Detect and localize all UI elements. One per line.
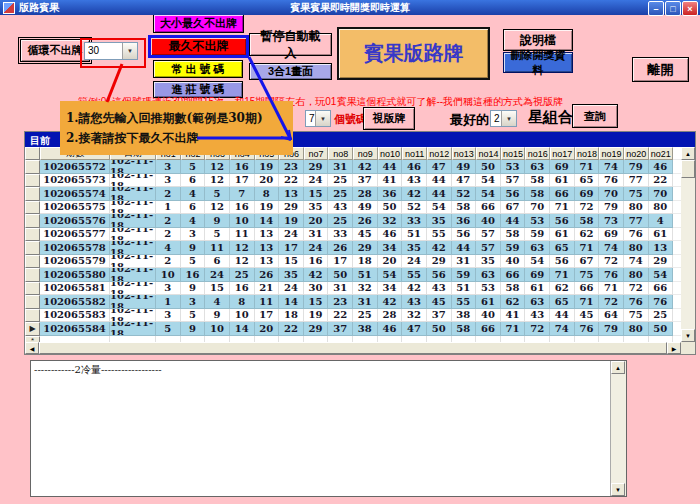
cell-number[interactable]: 53 xyxy=(525,214,550,228)
cell-number[interactable]: 14 xyxy=(255,214,280,228)
row-selector[interactable] xyxy=(25,228,40,242)
cell-number[interactable]: 62 xyxy=(550,282,575,296)
cell-number[interactable]: 76 xyxy=(624,295,649,309)
cell-number[interactable]: 33 xyxy=(328,228,353,242)
cell-number[interactable]: 37 xyxy=(328,322,353,336)
cell-date[interactable]: 102-11-18 xyxy=(110,282,156,296)
cell-number[interactable]: 24 xyxy=(304,241,329,255)
cell-number[interactable]: 46 xyxy=(378,322,403,336)
cell-number[interactable]: 77 xyxy=(624,214,649,228)
cell-number[interactable]: 76 xyxy=(599,174,624,188)
cell-number[interactable]: 23 xyxy=(279,160,304,174)
cell-number[interactable]: 13 xyxy=(255,228,280,242)
cell-number[interactable]: 69 xyxy=(575,187,600,201)
column-header[interactable]: no21 xyxy=(649,147,674,160)
cell-number[interactable]: 4 xyxy=(181,187,206,201)
cell-number[interactable]: 21 xyxy=(255,282,280,296)
cell-number[interactable]: 24 xyxy=(205,268,230,282)
column-header[interactable]: no15 xyxy=(501,147,526,160)
cell-number[interactable]: 9 xyxy=(205,214,230,228)
cell-number[interactable]: 37 xyxy=(427,309,452,323)
cell-number[interactable]: 46 xyxy=(649,160,674,174)
cell-number[interactable]: 75 xyxy=(624,309,649,323)
cell-number[interactable]: 28 xyxy=(353,187,378,201)
cell-number[interactable]: 29 xyxy=(427,255,452,269)
cell-number[interactable]: 24 xyxy=(402,255,427,269)
cell-number[interactable]: 44 xyxy=(378,160,403,174)
row-selector[interactable] xyxy=(25,214,40,228)
cell-draw-id[interactable]: 102065574 xyxy=(40,187,110,201)
cell-number[interactable]: 61 xyxy=(476,295,501,309)
cell-draw-id[interactable]: 102065581 xyxy=(40,282,110,296)
cell-number[interactable]: 76 xyxy=(649,295,674,309)
cell-number[interactable]: 15 xyxy=(205,282,230,296)
cell-number[interactable]: 56 xyxy=(501,187,526,201)
column-header[interactable]: no13 xyxy=(452,147,477,160)
column-header[interactable]: no17 xyxy=(550,147,575,160)
cell-number[interactable]: 50 xyxy=(427,322,452,336)
cell-number[interactable]: 47 xyxy=(427,160,452,174)
longest-not-drawn-button[interactable]: 最久不出牌 xyxy=(148,35,249,58)
cell-number[interactable]: 64 xyxy=(599,309,624,323)
cell-number[interactable]: 45 xyxy=(575,309,600,323)
cell-number[interactable]: 34 xyxy=(378,282,403,296)
cell-number[interactable]: 17 xyxy=(255,309,280,323)
cell-number[interactable]: 42 xyxy=(402,282,427,296)
cell-number[interactable]: 72 xyxy=(599,295,624,309)
cell-number[interactable]: 56 xyxy=(550,255,575,269)
cell-number[interactable]: 66 xyxy=(476,322,501,336)
cell-number[interactable]: 43 xyxy=(328,201,353,215)
exit-button[interactable]: 離開 xyxy=(632,57,689,82)
cell-number[interactable]: 26 xyxy=(353,214,378,228)
cell-number[interactable]: 18 xyxy=(353,255,378,269)
close-icon[interactable]: × xyxy=(682,1,698,16)
cell-number[interactable]: 16 xyxy=(230,201,255,215)
cell-number[interactable]: 59 xyxy=(452,268,477,282)
cell-number[interactable]: 22 xyxy=(279,174,304,188)
cell-number[interactable]: 38 xyxy=(353,322,378,336)
cell-number[interactable]: 55 xyxy=(427,228,452,242)
cell-number[interactable]: 20 xyxy=(304,214,329,228)
cell-number[interactable]: 25 xyxy=(328,187,353,201)
column-header[interactable]: no8 xyxy=(328,147,353,160)
scroll-up-icon[interactable]: ▲ xyxy=(611,361,625,374)
cell-number[interactable]: 36 xyxy=(378,187,403,201)
cell-number[interactable]: 61 xyxy=(649,228,674,242)
cell-date[interactable]: 102-11-18 xyxy=(110,268,156,282)
cell-draw-id[interactable]: 102065580 xyxy=(40,268,110,282)
column-header[interactable]: no16 xyxy=(525,147,550,160)
cell-number[interactable]: 56 xyxy=(427,268,452,282)
cell-number[interactable]: 5 xyxy=(205,187,230,201)
cell-number[interactable]: 25 xyxy=(328,174,353,188)
dropdown-arrow-icon[interactable]: ▼ xyxy=(315,111,330,126)
cell-draw-id[interactable]: 102065576 xyxy=(40,214,110,228)
cell-number[interactable]: 50 xyxy=(649,322,674,336)
cell-number[interactable]: 42 xyxy=(304,268,329,282)
cell-number[interactable]: 61 xyxy=(550,228,575,242)
cell-number[interactable]: 54 xyxy=(476,174,501,188)
cell-number[interactable]: 3 xyxy=(156,174,181,188)
cell-number[interactable]: 37 xyxy=(353,174,378,188)
cell-number[interactable]: 69 xyxy=(550,160,575,174)
cell-number[interactable]: 35 xyxy=(304,201,329,215)
cell-number[interactable]: 36 xyxy=(452,214,477,228)
cell-number[interactable]: 61 xyxy=(550,174,575,188)
column-header[interactable]: no9 xyxy=(353,147,378,160)
cell-number[interactable]: 47 xyxy=(402,322,427,336)
cell-number[interactable]: 9 xyxy=(181,322,206,336)
cell-number[interactable]: 59 xyxy=(525,228,550,242)
cell-date[interactable]: 102-11-18 xyxy=(110,241,156,255)
cell-number[interactable]: 80 xyxy=(624,268,649,282)
cell-number[interactable]: 13 xyxy=(255,255,280,269)
cell-number[interactable]: 79 xyxy=(624,160,649,174)
cell-number[interactable]: 66 xyxy=(476,201,501,215)
cell-number[interactable]: 42 xyxy=(353,160,378,174)
cell-date[interactable]: 102-11-18 xyxy=(110,228,156,242)
cell-number[interactable]: 43 xyxy=(402,174,427,188)
cell-number[interactable]: 72 xyxy=(525,322,550,336)
cell-number[interactable]: 44 xyxy=(452,241,477,255)
view-board-button[interactable]: 視版牌 xyxy=(363,107,415,130)
cell-number[interactable]: 55 xyxy=(402,268,427,282)
cell-number[interactable]: 79 xyxy=(599,322,624,336)
cell-number[interactable]: 26 xyxy=(328,241,353,255)
